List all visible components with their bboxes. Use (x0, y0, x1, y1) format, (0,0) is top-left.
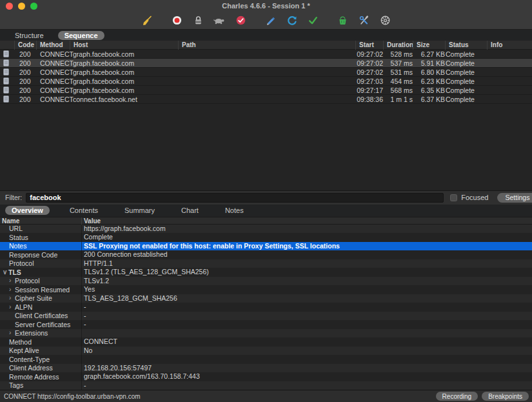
status-cell: Complete (445, 77, 487, 85)
chevron-right-icon[interactable]: › (9, 286, 15, 293)
ssl-lock-icon[interactable] (192, 14, 204, 27)
session-column-code[interactable]: Code (14, 41, 36, 50)
overview-row-method[interactable]: MethodCONNECT (0, 337, 532, 347)
session-column-duration[interactable]: Duration (383, 41, 413, 50)
overview-row-response-code[interactable]: Response Code200 Connection established (0, 250, 532, 259)
zoom-window-button[interactable] (30, 3, 37, 10)
session-row[interactable]: 200CONNECTgraph.facebook.com09:27:03454 … (0, 77, 532, 86)
session-column-host[interactable]: Host (70, 41, 178, 50)
overview-row-url[interactable]: URLhttps://graph.facebook.com (0, 225, 532, 234)
session-column-start[interactable]: Start (355, 41, 383, 50)
overview-row-content-type[interactable]: Content-Type (0, 355, 532, 364)
overview-name-label: Notes (9, 242, 26, 250)
focused-checkbox[interactable] (450, 194, 457, 201)
session-column-info[interactable]: Info (487, 41, 532, 50)
overview-row-notes[interactable]: NotesSSL Proxying not enabled for this h… (0, 242, 532, 251)
overview-value: https://graph.facebook.com (81, 225, 532, 234)
host-cell: graph.facebook.com (70, 59, 178, 67)
status-bar-buttons: RecordingBreakpoints (432, 392, 529, 401)
document-icon (0, 86, 14, 94)
close-window-button[interactable] (6, 3, 13, 10)
detail-tab-contents[interactable]: Contents (63, 206, 104, 215)
main-toolbar (0, 12, 532, 30)
overview-row-client-certificates[interactable]: Client Certificates- (0, 312, 532, 321)
status-cell: Complete (445, 68, 487, 76)
method-cell: CONNECT (36, 95, 70, 103)
session-row[interactable]: 200CONNECTgraph.facebook.com09:27:02531 … (0, 68, 532, 77)
session-table-empty-area (0, 104, 532, 191)
size-cell: 6.27 KB (413, 50, 445, 58)
session-row[interactable]: 200CONNECTgraph.facebook.com09:27:02537 … (0, 59, 532, 68)
session-row[interactable]: 200CONNECTgraph.facebook.com09:27:17568 … (0, 86, 532, 95)
overview-value: graph.facebook.com/163.70.158.7:443 (81, 372, 532, 381)
status-bar: CONNECT https://config-toolbar.urban-vpn… (0, 390, 532, 402)
overview-name-label: Protocol (9, 259, 34, 267)
record-icon[interactable] (170, 14, 183, 27)
clear-broom-icon[interactable] (141, 14, 153, 27)
overview-name-label: Client Certificates (15, 312, 68, 319)
settings-button[interactable]: Settings (497, 193, 532, 203)
chevron-down-icon[interactable]: ∨ (3, 269, 8, 276)
detail-tab-notes[interactable]: Notes (219, 206, 250, 215)
overview-value: - (81, 381, 532, 390)
overview-row-cipher-suite[interactable]: ›Cipher SuiteTLS_AES_128_GCM_SHA256 (0, 294, 532, 303)
method-cell: CONNECT (36, 77, 70, 85)
session-column-status[interactable]: Status (445, 41, 487, 50)
chevron-right-icon[interactable]: › (9, 277, 15, 284)
detail-tab-chart[interactable]: Chart (175, 206, 205, 215)
overview-value: TLSv1.2 (81, 277, 532, 286)
session-row[interactable]: 200CONNECTgraph.facebook.com09:27:02528 … (0, 50, 532, 59)
minimize-window-button[interactable] (18, 3, 25, 10)
publish-basket-icon[interactable] (336, 14, 349, 27)
code-cell: 200 (14, 59, 36, 67)
validate-check-icon[interactable] (306, 14, 319, 27)
code-cell: 200 (14, 50, 36, 58)
filter-label: Filter: (5, 194, 22, 201)
tools-icon[interactable] (357, 14, 370, 27)
detail-tab-overview[interactable]: Overview (5, 206, 50, 215)
session-column-size[interactable]: Size (413, 41, 445, 50)
overview-row-protocol[interactable]: ›ProtocolTLSv1.2 (0, 277, 532, 286)
overview-row-session-resumed[interactable]: ›Session ResumedYes (0, 285, 532, 294)
session-column-method[interactable]: Method (36, 41, 70, 50)
view-tab-sequence[interactable]: Sequence (58, 31, 104, 40)
filter-input[interactable] (26, 193, 444, 203)
overview-row-tags[interactable]: Tags- (0, 381, 532, 390)
session-column-icon (0, 41, 14, 50)
overview-name-label: Tags (9, 381, 23, 389)
overview-row-server-certificates[interactable]: Server Certificates- (0, 320, 532, 329)
overview-name-label: ALPN (15, 303, 32, 311)
view-tab-structure[interactable]: Structure (8, 31, 50, 40)
chevron-right-icon[interactable]: › (9, 295, 15, 301)
overview-row-alpn[interactable]: ›ALPN- (0, 303, 532, 312)
overview-table-header: NameValue (0, 217, 532, 225)
overview-row-tls[interactable]: ∨TLSTLSv1.2 (TLS_AES_128_GCM_SHA256) (0, 268, 532, 277)
overview-row-remote-address[interactable]: Remote Addressgraph.facebook.com/163.70.… (0, 372, 532, 381)
overview-value: - (81, 303, 532, 312)
chevron-right-icon[interactable]: › (9, 330, 15, 336)
overview-row-protocol[interactable]: ProtocolHTTP/1.1 (0, 259, 532, 268)
settings-gear-icon[interactable] (379, 14, 391, 27)
duration-cell: 528 ms (383, 50, 413, 58)
overview-row-status[interactable]: StatusComplete (0, 233, 532, 242)
start-cell: 09:27:02 (355, 59, 383, 67)
detail-tab-summary[interactable]: Summary (118, 206, 161, 215)
detail-tabs: OverviewContentsSummaryChartNotes (0, 205, 532, 217)
recording-button[interactable]: Recording (436, 392, 478, 401)
chevron-right-icon[interactable]: › (9, 304, 15, 310)
document-icon (0, 95, 14, 103)
overview-table: URLhttps://graph.facebook.comStatusCompl… (0, 225, 532, 390)
session-row[interactable]: 200CONNECTconnect.facebook.net09:38:361 … (0, 95, 532, 104)
breakpoints-badge-icon[interactable] (234, 14, 247, 27)
breakpoints-button[interactable]: Breakpoints (482, 392, 529, 401)
compose-pencil-icon[interactable] (264, 14, 277, 27)
throttle-turtle-icon[interactable] (213, 14, 226, 27)
repeat-icon[interactable] (285, 14, 298, 27)
overview-row-client-address[interactable]: Client Address192.168.20.156:57497 (0, 364, 532, 373)
session-column-path[interactable]: Path (178, 41, 355, 50)
overview-row-extensions[interactable]: ›Extensions (0, 329, 532, 338)
document-icon (0, 77, 14, 85)
overview-row-kept-alive[interactable]: Kept AliveNo (0, 347, 532, 356)
code-cell: 200 (14, 95, 36, 103)
overview-name-label: Client Address (9, 364, 53, 372)
